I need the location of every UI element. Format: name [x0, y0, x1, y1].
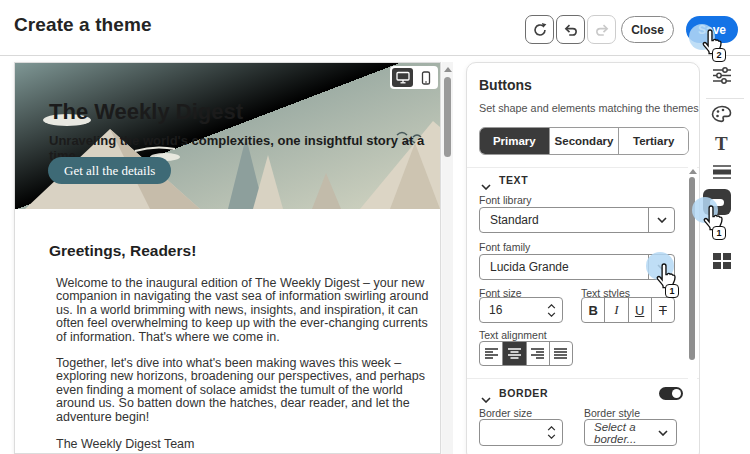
sliders-icon [712, 66, 732, 85]
text-alignment-label: Text alignment [479, 329, 547, 341]
step-badge: 1 [712, 226, 726, 240]
scroll-up-arrow-icon[interactable] [689, 169, 697, 174]
text-styles-group: B I U T [581, 297, 675, 323]
device-toggle [390, 66, 438, 89]
chevron-down-icon[interactable] [658, 430, 676, 436]
align-justify-icon [554, 348, 567, 359]
tab-secondary[interactable]: Secondary [549, 128, 619, 154]
section-divider [467, 167, 699, 168]
newsletter-cta-button[interactable]: Get all the details [48, 157, 171, 184]
text-section-heading: TEXT [499, 174, 528, 186]
panel-subtitle: Set shape and elements matching the them… [479, 102, 699, 114]
rail-item-blocks[interactable] [713, 253, 731, 269]
hero-banner: The Weekly Digest Unraveling the world's… [15, 63, 440, 209]
text-section-collapse[interactable] [481, 176, 491, 194]
undo-icon [563, 22, 579, 38]
text-alignment-group [479, 341, 573, 366]
mobile-icon [421, 71, 431, 85]
tab-tertiary[interactable]: Tertiary [618, 128, 688, 154]
tab-primary[interactable]: Primary [480, 128, 549, 154]
email-preview: The Weekly Digest Unraveling the world's… [14, 62, 441, 454]
align-right-button[interactable] [526, 342, 549, 365]
chevron-down-icon [481, 397, 491, 403]
border-size-input[interactable] [479, 419, 563, 446]
panel-title: Buttons [479, 77, 532, 93]
chevron-down-icon [481, 184, 491, 190]
email-paragraph: Together, let's dive into what's been ma… [56, 357, 438, 424]
toggle-knob [672, 389, 681, 398]
italic-button[interactable]: I [604, 298, 627, 322]
font-library-value: Standard [480, 213, 648, 227]
mobile-preview-button[interactable] [415, 68, 436, 87]
font-library-select[interactable]: Standard [479, 207, 675, 233]
preview-scrollbar[interactable] [442, 62, 453, 454]
align-left-icon [485, 348, 498, 359]
underline-button[interactable]: U [628, 298, 651, 322]
rail-item-design[interactable] [711, 105, 732, 128]
border-section-collapse[interactable] [481, 389, 491, 407]
preview-scrollbar-thumb[interactable] [444, 77, 451, 157]
border-style-label: Border style [584, 407, 640, 419]
align-right-icon [531, 348, 544, 359]
border-section-heading: BORDER [499, 387, 548, 399]
stepper-up-icon[interactable] [547, 426, 556, 431]
blocks-icon [713, 253, 721, 260]
border-toggle[interactable] [659, 387, 683, 400]
align-justify-button[interactable] [549, 342, 572, 365]
font-size-value: 16 [480, 303, 547, 317]
font-size-input[interactable]: 16 [479, 297, 563, 323]
scroll-up-arrow-icon[interactable] [444, 67, 452, 72]
reset-button[interactable] [525, 15, 554, 44]
font-family-label: Font family [479, 241, 530, 253]
newsletter-title: The Weekly Digest [49, 99, 243, 125]
redo-icon [594, 22, 610, 38]
close-button[interactable]: Close [621, 16, 674, 43]
step-badge: 2 [712, 48, 726, 62]
reset-icon [532, 22, 548, 38]
stepper-up-icon[interactable] [547, 304, 556, 309]
rail-item-sections[interactable] [712, 164, 732, 184]
chevron-down-icon[interactable] [648, 208, 674, 232]
border-style-placeholder: Select a border... [585, 421, 658, 445]
theme-tools-rail: T [700, 56, 750, 454]
email-body: Greetings, Readers! Welcome to the inaug… [15, 209, 440, 451]
font-family-value: Lucida Grande [480, 260, 648, 274]
button-type-tabs: Primary Secondary Tertiary [479, 127, 689, 155]
rail-item-properties[interactable] [712, 66, 732, 89]
email-signature: The Weekly Digest Team [56, 437, 440, 451]
align-center-icon [508, 348, 521, 359]
page-title: Create a theme [14, 14, 152, 36]
rail-item-text[interactable]: T [715, 134, 728, 153]
desktop-preview-button[interactable] [392, 68, 413, 87]
stepper-down-icon[interactable] [547, 312, 556, 317]
email-greeting: Greetings, Readers! [49, 242, 440, 260]
undo-button[interactable] [556, 15, 585, 44]
header-divider [0, 55, 750, 56]
stepper-down-icon[interactable] [547, 434, 556, 439]
sections-icon [712, 164, 732, 180]
create-theme-window: Create a theme Close Save 2 [0, 0, 750, 454]
border-style-select[interactable]: Select a border... [584, 419, 677, 446]
step-badge: 1 [665, 284, 679, 298]
font-library-label: Font library [479, 194, 532, 206]
palette-icon [711, 105, 732, 124]
align-center-button[interactable] [502, 342, 525, 365]
rail-divider [706, 98, 744, 99]
redo-button[interactable] [587, 15, 616, 44]
desktop-icon [396, 71, 410, 84]
section-divider [467, 378, 699, 379]
email-paragraph: Welcome to the inaugural edition of The … [56, 277, 438, 344]
strikethrough-button[interactable]: T [651, 298, 674, 322]
border-size-label: Border size [479, 407, 532, 419]
align-left-button[interactable] [480, 342, 502, 365]
bold-button[interactable]: B [582, 298, 604, 322]
